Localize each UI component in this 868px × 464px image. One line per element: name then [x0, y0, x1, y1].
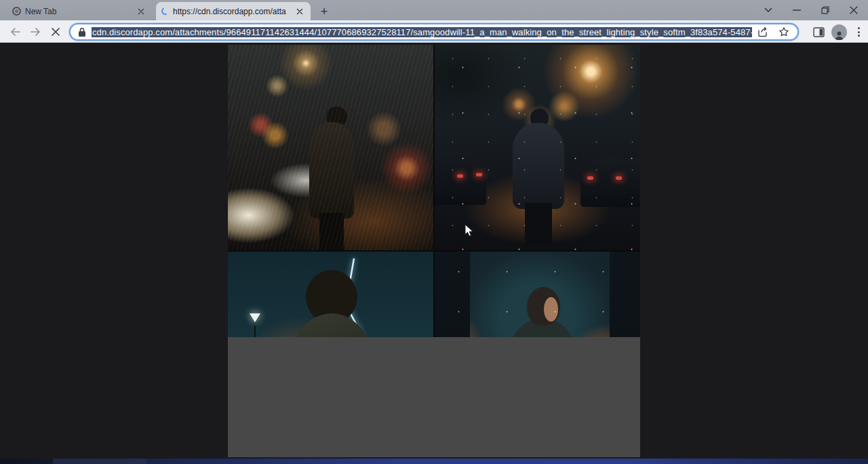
windows-taskbar[interactable] [0, 459, 868, 464]
tab-title: New Tab [25, 7, 132, 16]
share-icon[interactable] [757, 26, 769, 37]
menu-kebab-icon[interactable] [854, 24, 864, 39]
address-bar[interactable]: cdn.discordapp.com/attachments/966491171… [69, 23, 799, 41]
lock-icon[interactable] [78, 27, 86, 37]
side-panel-icon[interactable] [813, 27, 825, 37]
tab-close-icon[interactable] [294, 6, 305, 17]
minimize-button[interactable] [783, 0, 811, 20]
loading-spinner-icon [160, 6, 170, 16]
tab-title: https://cdn.discordapp.com/atta [173, 7, 290, 16]
toolbar-right-actions [813, 22, 864, 41]
toolbar: cdn.discordapp.com/attachments/966491171… [0, 20, 868, 43]
close-window-button[interactable] [840, 0, 868, 20]
window-controls [754, 0, 868, 20]
back-button[interactable] [7, 24, 23, 40]
page-content [0, 43, 868, 464]
grid-image-top-left [228, 45, 433, 250]
stop-loading-button[interactable] [47, 24, 64, 40]
profile-avatar[interactable] [831, 24, 847, 40]
tab-strip: New Tab https://cdn.discordapp.com/atta … [0, 0, 868, 20]
url-selected-text: cdn.discordapp.com/attachments/966491171… [92, 27, 752, 37]
figure-silhouette [326, 107, 347, 127]
figure-silhouette [530, 109, 549, 127]
restore-button[interactable] [811, 0, 840, 20]
tab-new-tab[interactable]: New Tab [7, 2, 152, 20]
forward-button[interactable] [27, 24, 43, 40]
car-silhouette [435, 152, 486, 206]
omnibox-actions [757, 26, 792, 37]
new-tab-button[interactable]: + [316, 3, 332, 20]
car-silhouette [580, 158, 640, 208]
chrome-icon [12, 7, 21, 16]
tab-search-chevron-icon[interactable] [754, 0, 783, 20]
tab-discord-cdn[interactable]: https://cdn.discordapp.com/atta [156, 2, 311, 20]
image-loading-placeholder [228, 337, 640, 457]
grid-image-top-right [435, 45, 640, 250]
bookmark-star-icon[interactable] [778, 26, 789, 37]
taskbar-search-box[interactable] [53, 459, 146, 464]
browser-window: New Tab https://cdn.discordapp.com/atta … [0, 0, 868, 464]
tab-close-icon[interactable] [136, 6, 146, 17]
url-text[interactable]: cdn.discordapp.com/attachments/966491171… [92, 27, 752, 37]
